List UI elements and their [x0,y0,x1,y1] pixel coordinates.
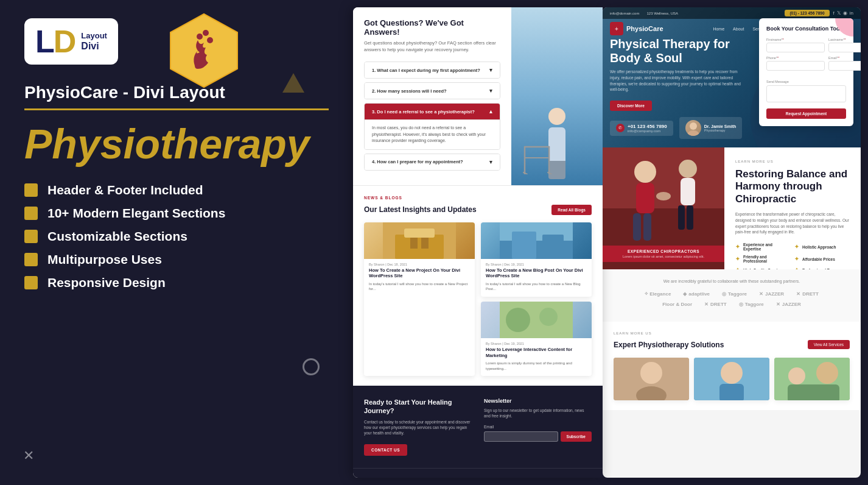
partners-intro: We are incredibly grateful to collaborat… [614,279,850,283]
nav-home[interactable]: Home [713,27,724,31]
faq-question-3[interactable]: 3. Do I need a referral to see a physiot… [365,104,500,119]
phone-label: Phone* [766,56,825,60]
blog-meta-3: By Sharon | Dec 19, 2021 [481,338,592,347]
services-cards [614,358,850,400]
blog-excerpt-2: In today's tutorial I will show you how … [481,281,592,297]
svg-rect-49 [719,384,744,400]
faq-item-4[interactable]: 4. How can I prepare for my appointment?… [364,154,500,171]
hero-contact-pills: ✆ +01 123 456 7890 info@compamy.com Dr. … [610,117,742,139]
faq-arrow-2: ▾ [489,88,492,94]
title-divider [24,108,329,110]
faq-question-4[interactable]: 4. How can I prepare for my appointment?… [365,154,500,170]
phone-input[interactable] [766,61,825,71]
bullet-1 [24,183,38,197]
blog-card-title-3: How to Leverage Interactive Content for … [481,347,592,361]
left-panel: LD Layout Divi PhysioCare - Divi Layout … [0,0,353,485]
firstname-input[interactable] [766,43,825,52]
service-card-1[interactable] [614,358,689,400]
faq-item-3[interactable]: 3. Do I need a referral to see a physiot… [364,103,500,150]
partner-drett: ✕ DRETT [796,291,819,297]
topbar-li-icon: in [850,10,853,16]
logo-layout: Layout [81,31,107,41]
svg-point-1 [197,34,203,40]
blog-meta-1: By Sharon | Dec 18, 2021 [364,259,475,267]
chiro-feature-5: ✦ High-Quality Service [735,267,791,269]
blog-right-col: By Sharon | Dec 19, 2021 How To Create a… [481,222,592,377]
phone-icon: ✆ [618,126,622,130]
blog-card-title-1: How To Create a New Project On Your Divi… [364,267,475,282]
partner-floor-door: Floor & Door [662,302,692,307]
faq-arrow-4: ▾ [489,159,492,165]
service-card-2[interactable] [694,358,769,400]
rp-hero-title: Physical Therapy for Body & Soul [610,37,744,65]
partner-jazzer-icon: ✕ [759,291,763,297]
partner-taggore-icon: ◎ [722,291,726,297]
newsletter-desc: Sign up to our newsletter to get update … [484,408,592,419]
logo-divi: Divi [81,40,107,52]
blog-card-3[interactable]: By Sharon | Dec 19, 2021 How to Leverage… [481,302,592,376]
hero-phone-number: +01 123 456 7890 [628,124,667,129]
svg-point-45 [640,362,662,384]
site-footer: PhysioCare We are on: f 𝕏 ◉ in Services [353,468,603,478]
view-all-button[interactable]: View All Services [808,340,850,349]
lastname-input[interactable] [828,43,861,52]
deco-triangle [282,73,304,93]
feature-icon-1: ✦ [735,244,740,250]
hero-email: info@compamy.com [628,129,667,133]
svg-point-35 [634,161,656,183]
email-label: Email* [828,56,861,60]
lastname-label: Lastname* [828,38,861,41]
nav-about[interactable]: About [733,27,744,31]
faq-item-1[interactable]: 1. What can I expect during my first app… [364,62,500,79]
svg-point-32 [687,130,699,136]
faq-question-1[interactable]: 1. What can I expect during my first app… [365,62,500,78]
blog-section: NEWS & BLOGS Our Latest Insights and Upd… [353,186,603,386]
chiro-features-grid: ✦ Experience and Expertise ✦ Holistic Ap… [735,242,850,269]
faq-question-2[interactable]: 2. How many sessions will I need? ▾ [365,83,500,99]
svg-point-31 [690,122,697,130]
person-head [548,108,565,125]
right-panel[interactable]: info@domain.com 123 Wellness, USA (01) -… [603,7,861,478]
chiro-feature-3: ✦ Friendly and Professional [735,255,791,263]
request-appointment-button[interactable]: Request Appointment [766,108,846,119]
doctor-info: Dr. Jamie Smith Physiotherapy [704,124,737,132]
svg-point-2 [203,30,209,36]
blog-card-title-2: How To Create a New Blog Post On Your Di… [481,267,592,282]
cta-button[interactable]: CONTACT US [364,444,407,456]
faq-answer-3: In most cases, you do not need a referra… [365,119,500,149]
partner-drett-icon: ✕ [796,291,800,297]
email-input[interactable] [828,61,861,71]
read-all-button[interactable]: Read All Blogs [551,205,592,215]
faq-item-2[interactable]: 2. How many sessions will I need? ▾ [364,82,500,99]
subscribe-button[interactable]: Subscribe [561,431,592,442]
middle-panel-inner[interactable]: Got Questions? We've Got Answers! Get qu… [353,7,603,478]
booking-title: Book Your Consultation Today [766,26,846,33]
bullet-2 [24,207,38,220]
doctor-name: Dr. Jamie Smith [704,124,737,129]
blog-img-1 [364,222,475,259]
hero-phone-info: +01 123 456 7890 info@compamy.com [628,124,667,133]
faq-subtitle: Get questions about physiotherapy? Our F… [364,40,500,53]
chiro-content: LEARN MORE US Restoring Balance and Harm… [724,147,861,269]
blog-card-2[interactable]: By Sharon | Dec 19, 2021 How To Create a… [481,222,592,297]
phone-icon-bg: ✆ [616,124,625,132]
firstname-label: Firstname* [766,38,825,41]
service-card-3[interactable] [774,358,850,400]
feature-item-5: Responsive Design [24,275,329,290]
blog-card-1[interactable]: By Sharon | Dec 18, 2021 How To Create a… [364,222,475,377]
lastname-field: Lastname* [828,38,861,52]
chiro-feature-1: ✦ Experience and Expertise [735,242,791,251]
partner-jazzer-2: ✕ JAZZER [776,302,801,307]
brand-icon: + [610,22,623,35]
message-label: Send Message [766,80,789,83]
svg-point-52 [816,362,838,384]
logo-text: Layout Divi [81,31,107,52]
svg-rect-13 [410,238,418,249]
svg-point-3 [207,37,213,43]
hero-phone-pill: ✆ +01 123 456 7890 info@compamy.com [610,121,673,136]
newsletter-email-input[interactable] [484,431,558,442]
message-input[interactable] [766,85,846,102]
discover-button[interactable]: Discover More [610,101,652,111]
svg-rect-41 [678,205,685,230]
chiro-image: EXPERIENCED CHIROPRACTORS Lorem ipsum do… [603,147,724,269]
